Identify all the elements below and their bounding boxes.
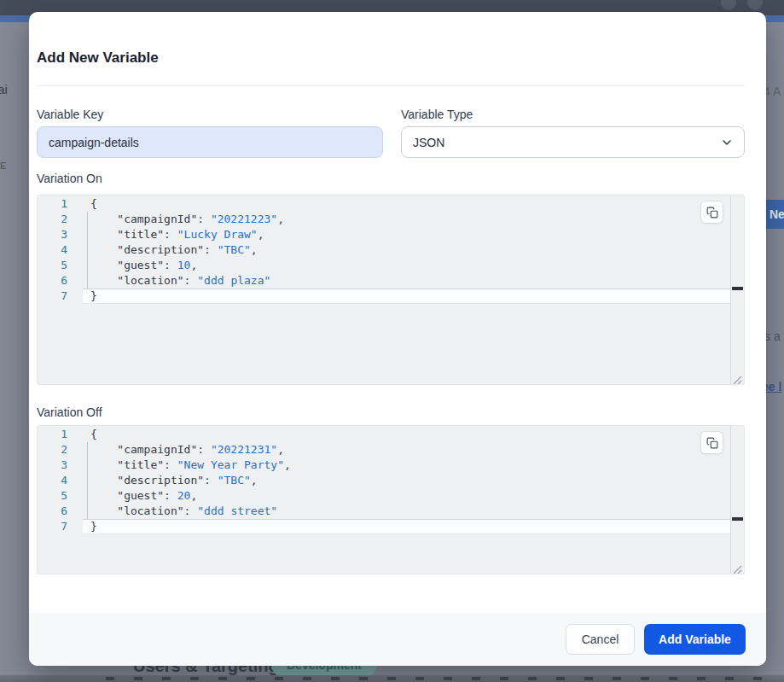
add-variable-modal: Add New Variable Variable Key Variable T… (29, 12, 766, 666)
background-label-fragment: E (0, 160, 7, 171)
code-line: 6 "location": "ddd street" (38, 504, 744, 519)
code-line: 3 "title": "New Year Party", (38, 458, 744, 473)
variation-off-label: Variation Off (37, 405, 745, 422)
code-lines: 1{2 "campaignId": "20221223",3 "title": … (38, 195, 744, 304)
code-line: 4 "description": "TBC", (38, 473, 744, 488)
scrollbar-thumb[interactable] (732, 287, 743, 290)
copy-button[interactable] (700, 201, 723, 224)
variable-key-input[interactable] (37, 126, 383, 158)
code-line: 2 "campaignId": "20221231", (38, 442, 744, 458)
background-table-row (0, 675, 784, 682)
add-variable-button[interactable]: Add Variable (644, 624, 746, 655)
copy-icon (706, 437, 718, 449)
variation-on-code-editor[interactable]: 1{2 "campaignId": "20221223",3 "title": … (37, 195, 745, 385)
cancel-button[interactable]: Cancel (566, 624, 635, 655)
modal-title: Add New Variable (37, 12, 745, 67)
variable-type-value: JSON (413, 136, 444, 149)
code-line: 7} (38, 289, 744, 304)
modal-footer: Cancel Add Variable (29, 613, 766, 666)
code-line: 5 "guest": 20, (38, 488, 744, 504)
variable-key-label: Variable Key (37, 108, 383, 124)
code-line: 5 "guest": 10, (38, 258, 744, 273)
copy-button[interactable] (700, 431, 723, 454)
code-line: 1{ (38, 427, 744, 442)
variable-type-label: Variable Type (401, 108, 745, 124)
code-lines: 1{2 "campaignId": "20221231",3 "title": … (38, 426, 744, 534)
scrollbar-track (730, 426, 731, 574)
navbar-avatar-icon (747, 0, 763, 10)
variable-type-select[interactable]: JSON (401, 126, 745, 158)
resize-handle[interactable] (733, 373, 742, 382)
background-date-fragment: 4 A (764, 85, 781, 98)
divider (37, 85, 745, 86)
background-text-fragment: s a (764, 329, 781, 343)
code-line: 3 "title": "Lucky Draw", (38, 227, 744, 242)
variation-on-label: Variation On (37, 172, 745, 188)
variation-off-code-editor[interactable]: 1{2 "campaignId": "20221231",3 "title": … (37, 425, 745, 574)
indent-guide (87, 442, 88, 519)
scrollbar-thumb[interactable] (732, 517, 743, 521)
copy-icon (706, 207, 718, 219)
navbar-avatar-icon (721, 0, 736, 10)
code-line: 2 "campaignId": "20221223", (38, 212, 744, 227)
scrollbar-track (730, 195, 731, 384)
resize-handle[interactable] (733, 563, 742, 572)
indent-guide (87, 212, 88, 289)
code-line: 1{ (38, 196, 744, 212)
chevron-down-icon (720, 136, 734, 152)
background-page-title-fragment: tai (0, 82, 8, 96)
code-line: 4 "description": "TBC", (38, 242, 744, 258)
code-line: 7} (38, 519, 744, 534)
code-line: 6 "location": "ddd plaza" (38, 273, 744, 289)
background-new-button-fragment: Ne (764, 200, 784, 229)
